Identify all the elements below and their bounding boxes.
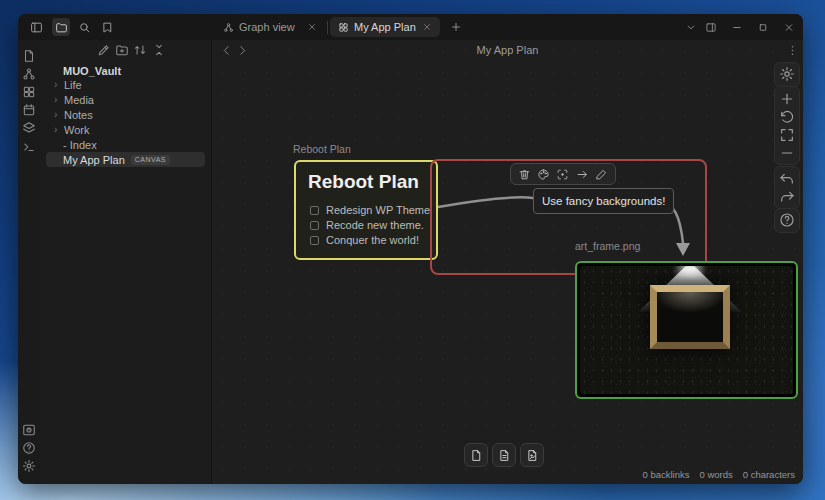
canvas-badge: CANVAS — [131, 155, 170, 165]
toggle-right-sidebar-icon[interactable] — [701, 19, 721, 35]
desktop: { "titlebar": { "tabs": [ { "label": "Gr… — [0, 0, 825, 500]
toggle-left-sidebar-icon[interactable] — [27, 18, 45, 36]
tab-label: My App Plan — [354, 21, 417, 33]
maximize-button[interactable] — [753, 19, 773, 35]
color-palette-icon[interactable] — [537, 168, 550, 181]
file-label: My App Plan — [63, 154, 125, 166]
settings-gear-icon[interactable] — [22, 459, 36, 473]
folder-label: Life — [64, 79, 82, 91]
vault-switcher-icon[interactable] — [22, 423, 36, 437]
add-card-button[interactable] — [464, 443, 488, 467]
zoom-to-selection-icon[interactable] — [556, 168, 569, 181]
titlebar: Graph view My App Plan — [18, 14, 803, 40]
edge-label[interactable]: Use fancy backgrounds! — [533, 188, 674, 214]
status-characters: 0 characters — [743, 469, 795, 480]
sidebar-item-media[interactable]: › Media — [40, 92, 211, 107]
quick-switcher-icon[interactable] — [22, 49, 36, 63]
canvas-help-icon[interactable] — [779, 212, 795, 228]
delete-icon[interactable] — [518, 168, 531, 181]
checkbox[interactable] — [310, 206, 319, 215]
file-explorer: MUO_Vault › Life › Media › Notes › Work … — [40, 40, 212, 484]
checklist-item: Redesign WP Theme — [310, 204, 430, 216]
file-tree: › Life › Media › Notes › Work - Index My… — [40, 77, 211, 167]
add-note-button[interactable] — [492, 443, 516, 467]
new-canvas-icon[interactable] — [22, 85, 36, 99]
ribbon — [18, 40, 40, 484]
card-heading: Reboot Plan — [308, 171, 419, 193]
close-window-button[interactable] — [779, 19, 799, 35]
add-media-button[interactable] — [520, 443, 544, 467]
status-words: 0 words — [699, 469, 732, 480]
vault-name[interactable]: MUO_Vault — [63, 65, 121, 77]
file-text-icon — [498, 449, 511, 462]
tab-bar: Graph view My App Plan — [215, 14, 464, 40]
tab-divider — [327, 21, 328, 34]
command-palette-icon[interactable] — [22, 140, 36, 154]
checklist-label: Recode new theme. — [326, 219, 424, 231]
view-title: My App Plan — [212, 44, 803, 56]
chevron-right-icon: › — [54, 125, 63, 134]
edge-toolbar — [510, 163, 616, 185]
node-label-art: art_frame.png — [575, 240, 640, 252]
folder-label: Notes — [64, 109, 93, 121]
status-bar: 0 backlinks 0 words 0 characters — [642, 469, 795, 480]
files-tab-icon[interactable] — [52, 18, 70, 36]
sidebar-item-work[interactable]: › Work — [40, 122, 211, 137]
minimize-button[interactable] — [727, 19, 747, 35]
tab-graph-view[interactable]: Graph view — [215, 17, 325, 37]
more-options-icon[interactable] — [786, 44, 799, 57]
art-card[interactable] — [575, 261, 798, 399]
close-tab-icon[interactable] — [307, 22, 317, 32]
chevron-right-icon: › — [54, 80, 63, 89]
new-note-icon[interactable] — [97, 43, 111, 57]
checklist-label: Redesign WP Theme — [326, 204, 430, 216]
reboot-card[interactable]: Reboot Plan Redesign WP Theme Recode new… — [294, 160, 438, 260]
redo-icon[interactable] — [779, 189, 795, 205]
zoom-in-icon[interactable] — [779, 91, 795, 107]
sidebar-item-life[interactable]: › Life — [40, 77, 211, 92]
bookmarks-tab-icon[interactable] — [98, 18, 116, 36]
status-backlinks: 0 backlinks — [642, 469, 689, 480]
folder-label: Media — [64, 94, 94, 106]
canvas-settings-icon[interactable] — [779, 66, 795, 82]
chevron-right-icon: › — [54, 110, 63, 119]
daily-note-icon[interactable] — [22, 103, 36, 117]
new-tab-icon[interactable] — [448, 19, 464, 35]
help-icon[interactable] — [22, 441, 36, 455]
edit-label-icon[interactable] — [595, 168, 608, 181]
folder-label: Work — [64, 124, 89, 136]
graph-icon — [223, 22, 234, 33]
checklist-item: Conquer the world! — [310, 234, 419, 246]
app-window: Graph view My App Plan — [18, 14, 803, 484]
edge-direction-icon[interactable] — [576, 168, 589, 181]
main-view: My App Plan Reboot Plan Reboot Plan Rede… — [212, 40, 803, 484]
tab-label: Graph view — [239, 21, 302, 33]
checklist-label: Conquer the world! — [326, 234, 419, 246]
zoom-out-icon[interactable] — [779, 145, 795, 161]
zoom-to-fit-icon[interactable] — [779, 127, 795, 143]
card-icon — [470, 449, 483, 462]
reset-zoom-icon[interactable] — [779, 109, 795, 125]
undo-icon[interactable] — [779, 171, 795, 187]
checkbox[interactable] — [310, 221, 319, 230]
sidebar-item-my-app-plan[interactable]: My App Plan CANVAS — [46, 152, 205, 167]
new-folder-icon[interactable] — [115, 43, 129, 57]
sidebar-item-notes[interactable]: › Notes — [40, 107, 211, 122]
tab-list-chevron-icon[interactable] — [681, 19, 701, 35]
canvas-icon — [338, 22, 349, 33]
file-label: - Index — [63, 139, 97, 151]
file-image-icon — [526, 449, 539, 462]
collapse-all-icon[interactable] — [152, 43, 166, 57]
close-tab-icon[interactable] — [422, 22, 432, 32]
graph-view-icon[interactable] — [22, 67, 36, 81]
slides-icon[interactable] — [22, 121, 36, 135]
tab-my-app-plan[interactable]: My App Plan — [330, 17, 440, 37]
sort-order-icon[interactable] — [133, 43, 147, 57]
picture-frame — [650, 285, 730, 349]
node-label-reboot: Reboot Plan — [293, 143, 351, 155]
sidebar-item-index[interactable]: - Index — [40, 137, 211, 152]
chevron-right-icon: › — [54, 95, 63, 104]
checklist-item: Recode new theme. — [310, 219, 424, 231]
search-tab-icon[interactable] — [75, 18, 93, 36]
checkbox[interactable] — [310, 236, 319, 245]
